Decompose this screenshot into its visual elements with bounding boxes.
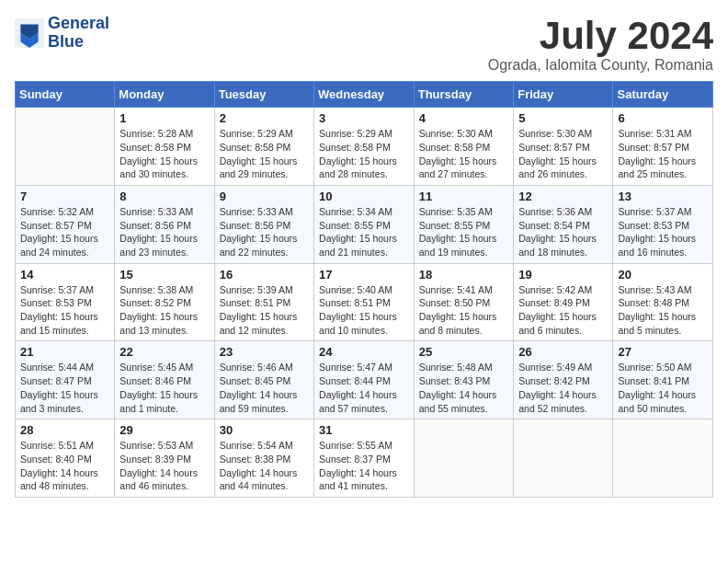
logo-icon — [15, 18, 44, 48]
page-header: General Blue July 2024 Ograda, Ialomita … — [15, 15, 713, 74]
calendar-cell: 4Sunrise: 5:30 AM Sunset: 8:58 PM Daylig… — [414, 108, 513, 186]
calendar-cell: 7Sunrise: 5:32 AM Sunset: 8:57 PM Daylig… — [16, 185, 115, 263]
day-info: Sunrise: 5:46 AM Sunset: 8:45 PM Dayligh… — [220, 361, 309, 415]
calendar-cell: 17Sunrise: 5:40 AM Sunset: 8:51 PM Dayli… — [314, 263, 415, 341]
weekday-header: Monday — [115, 82, 214, 108]
calendar-table: SundayMondayTuesdayWednesdayThursdayFrid… — [15, 81, 713, 498]
day-info: Sunrise: 5:32 AM Sunset: 8:57 PM Dayligh… — [20, 205, 109, 259]
day-number: 23 — [220, 345, 309, 359]
calendar-cell: 30Sunrise: 5:54 AM Sunset: 8:38 PM Dayli… — [214, 419, 313, 498]
day-number: 12 — [518, 190, 608, 203]
weekday-header: Wednesday — [314, 82, 415, 108]
calendar-cell: 16Sunrise: 5:39 AM Sunset: 8:51 PM Dayli… — [214, 263, 313, 341]
day-number: 3 — [319, 111, 409, 125]
day-number: 26 — [518, 345, 608, 359]
weekday-header: Thursday — [414, 82, 513, 108]
day-info: Sunrise: 5:49 AM Sunset: 8:42 PM Dayligh… — [518, 361, 608, 415]
day-info: Sunrise: 5:29 AM Sunset: 8:58 PM Dayligh… — [220, 127, 309, 181]
day-number: 24 — [319, 345, 409, 359]
calendar-cell: 29Sunrise: 5:53 AM Sunset: 8:39 PM Dayli… — [115, 419, 214, 498]
calendar-cell: 12Sunrise: 5:36 AM Sunset: 8:54 PM Dayli… — [514, 185, 613, 263]
day-info: Sunrise: 5:28 AM Sunset: 8:58 PM Dayligh… — [119, 127, 209, 181]
day-number: 29 — [119, 423, 209, 437]
day-info: Sunrise: 5:47 AM Sunset: 8:44 PM Dayligh… — [319, 361, 409, 415]
day-number: 25 — [419, 345, 508, 359]
calendar-cell — [514, 419, 613, 498]
calendar-cell: 23Sunrise: 5:46 AM Sunset: 8:45 PM Dayli… — [214, 341, 313, 419]
calendar-cell — [16, 108, 115, 186]
weekday-header: Saturday — [613, 82, 713, 108]
day-info: Sunrise: 5:41 AM Sunset: 8:50 PM Dayligh… — [419, 283, 508, 338]
calendar-cell: 13Sunrise: 5:37 AM Sunset: 8:53 PM Dayli… — [613, 185, 713, 263]
day-number: 30 — [220, 423, 309, 437]
calendar-cell — [613, 419, 713, 498]
day-number: 4 — [419, 111, 508, 125]
day-number: 15 — [119, 268, 209, 282]
weekday-header: Sunday — [16, 82, 115, 108]
day-info: Sunrise: 5:44 AM Sunset: 8:47 PM Dayligh… — [20, 361, 109, 415]
calendar-cell — [414, 419, 513, 498]
day-number: 31 — [319, 423, 409, 437]
calendar-cell: 14Sunrise: 5:37 AM Sunset: 8:53 PM Dayli… — [16, 263, 115, 341]
calendar-cell: 19Sunrise: 5:42 AM Sunset: 8:49 PM Dayli… — [514, 263, 613, 341]
calendar-cell: 15Sunrise: 5:38 AM Sunset: 8:52 PM Dayli… — [115, 263, 214, 341]
calendar-week-row: 7Sunrise: 5:32 AM Sunset: 8:57 PM Daylig… — [16, 185, 713, 263]
day-info: Sunrise: 5:54 AM Sunset: 8:38 PM Dayligh… — [220, 439, 309, 493]
calendar-cell: 9Sunrise: 5:33 AM Sunset: 8:56 PM Daylig… — [214, 185, 313, 263]
day-number: 7 — [20, 190, 109, 203]
day-info: Sunrise: 5:30 AM Sunset: 8:57 PM Dayligh… — [518, 127, 608, 181]
day-number: 5 — [518, 111, 608, 125]
day-number: 21 — [20, 345, 109, 359]
calendar-cell: 28Sunrise: 5:51 AM Sunset: 8:40 PM Dayli… — [16, 419, 115, 498]
calendar-cell: 1Sunrise: 5:28 AM Sunset: 8:58 PM Daylig… — [115, 108, 214, 186]
day-number: 8 — [119, 190, 209, 203]
day-info: Sunrise: 5:34 AM Sunset: 8:55 PM Dayligh… — [319, 205, 409, 259]
calendar-cell: 10Sunrise: 5:34 AM Sunset: 8:55 PM Dayli… — [314, 185, 415, 263]
day-info: Sunrise: 5:43 AM Sunset: 8:48 PM Dayligh… — [618, 283, 708, 338]
day-number: 1 — [119, 111, 209, 125]
calendar-cell: 26Sunrise: 5:49 AM Sunset: 8:42 PM Dayli… — [514, 341, 613, 419]
calendar-week-row: 28Sunrise: 5:51 AM Sunset: 8:40 PM Dayli… — [16, 419, 713, 498]
day-info: Sunrise: 5:30 AM Sunset: 8:58 PM Dayligh… — [419, 127, 508, 181]
calendar-week-row: 14Sunrise: 5:37 AM Sunset: 8:53 PM Dayli… — [16, 263, 713, 341]
title-block: July 2024 Ograda, Ialomita County, Roman… — [488, 15, 713, 74]
day-info: Sunrise: 5:51 AM Sunset: 8:40 PM Dayligh… — [20, 439, 109, 493]
calendar-header-row: SundayMondayTuesdayWednesdayThursdayFrid… — [16, 82, 713, 108]
day-info: Sunrise: 5:39 AM Sunset: 8:51 PM Dayligh… — [220, 283, 309, 338]
calendar-cell: 8Sunrise: 5:33 AM Sunset: 8:56 PM Daylig… — [115, 185, 214, 263]
calendar-cell: 24Sunrise: 5:47 AM Sunset: 8:44 PM Dayli… — [314, 341, 415, 419]
weekday-header: Friday — [514, 82, 613, 108]
calendar-cell: 11Sunrise: 5:35 AM Sunset: 8:55 PM Dayli… — [414, 185, 513, 263]
day-number: 10 — [319, 190, 409, 203]
day-info: Sunrise: 5:45 AM Sunset: 8:46 PM Dayligh… — [119, 361, 209, 415]
day-info: Sunrise: 5:33 AM Sunset: 8:56 PM Dayligh… — [119, 205, 209, 259]
day-number: 20 — [618, 268, 708, 282]
month-title: July 2024 — [488, 15, 713, 57]
day-info: Sunrise: 5:48 AM Sunset: 8:43 PM Dayligh… — [419, 361, 508, 415]
calendar-cell: 3Sunrise: 5:29 AM Sunset: 8:58 PM Daylig… — [314, 108, 415, 186]
calendar-cell: 18Sunrise: 5:41 AM Sunset: 8:50 PM Dayli… — [414, 263, 513, 341]
day-info: Sunrise: 5:31 AM Sunset: 8:57 PM Dayligh… — [618, 127, 708, 181]
weekday-header: Tuesday — [214, 82, 313, 108]
day-info: Sunrise: 5:40 AM Sunset: 8:51 PM Dayligh… — [319, 283, 409, 338]
calendar-cell: 21Sunrise: 5:44 AM Sunset: 8:47 PM Dayli… — [16, 341, 115, 419]
day-number: 17 — [319, 268, 409, 282]
day-number: 28 — [20, 423, 109, 437]
calendar-week-row: 21Sunrise: 5:44 AM Sunset: 8:47 PM Dayli… — [16, 341, 713, 419]
day-number: 11 — [419, 190, 508, 203]
day-number: 16 — [220, 268, 309, 282]
logo: General Blue — [15, 15, 109, 52]
day-info: Sunrise: 5:36 AM Sunset: 8:54 PM Dayligh… — [518, 205, 608, 259]
day-info: Sunrise: 5:35 AM Sunset: 8:55 PM Dayligh… — [419, 205, 508, 259]
calendar-cell: 22Sunrise: 5:45 AM Sunset: 8:46 PM Dayli… — [115, 341, 214, 419]
day-number: 13 — [618, 190, 708, 203]
day-info: Sunrise: 5:37 AM Sunset: 8:53 PM Dayligh… — [20, 283, 109, 338]
day-info: Sunrise: 5:55 AM Sunset: 8:37 PM Dayligh… — [319, 439, 409, 493]
day-info: Sunrise: 5:42 AM Sunset: 8:49 PM Dayligh… — [518, 283, 608, 338]
calendar-cell: 6Sunrise: 5:31 AM Sunset: 8:57 PM Daylig… — [613, 108, 713, 186]
calendar-cell: 25Sunrise: 5:48 AM Sunset: 8:43 PM Dayli… — [414, 341, 513, 419]
location-subtitle: Ograda, Ialomita County, Romania — [488, 57, 713, 74]
calendar-cell: 31Sunrise: 5:55 AM Sunset: 8:37 PM Dayli… — [314, 419, 415, 498]
day-info: Sunrise: 5:33 AM Sunset: 8:56 PM Dayligh… — [220, 205, 309, 259]
day-info: Sunrise: 5:50 AM Sunset: 8:41 PM Dayligh… — [618, 361, 708, 415]
